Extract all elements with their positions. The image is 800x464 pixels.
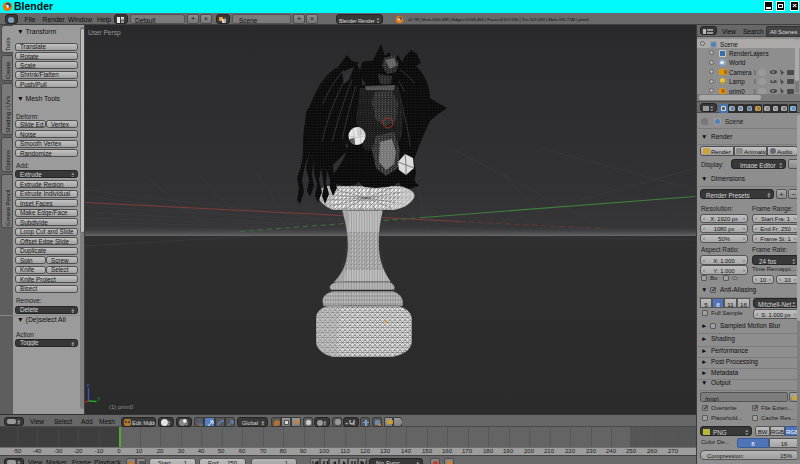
svg-text:(1) prim0: (1) prim0 xyxy=(109,404,134,410)
svg-text:z: z xyxy=(87,382,90,388)
svg-text:y: y xyxy=(98,395,101,401)
svg-text:User Persp: User Persp xyxy=(88,29,121,37)
